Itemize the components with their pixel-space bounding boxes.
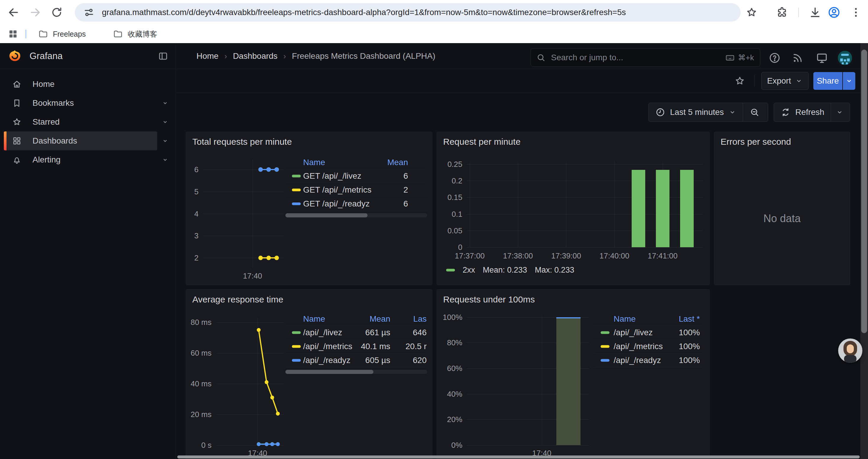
chevron-down-icon bbox=[161, 99, 169, 107]
legend-row[interactable]: /api/_/readyz100% bbox=[593, 354, 704, 367]
back-icon[interactable] bbox=[5, 4, 22, 21]
bar bbox=[656, 170, 670, 247]
series-color-pill bbox=[292, 175, 301, 177]
legend-header-name: Name bbox=[303, 314, 325, 324]
profile-icon[interactable] bbox=[826, 4, 843, 21]
legend-series-name: /api/_/metrics bbox=[303, 342, 352, 351]
legend-value: 620 bbox=[413, 356, 427, 365]
legend-stat: Max: 0.233 bbox=[535, 266, 574, 275]
y-axis-label: 80% bbox=[447, 338, 462, 347]
bar-chart[interactable]: 0.250.20.150.10.05017:37:0017:38:0017:39… bbox=[437, 132, 709, 285]
window-scrollbar[interactable] bbox=[860, 43, 868, 459]
legend-table: NameMeanLas/api/_/livez661 µs646/api/_/m… bbox=[285, 312, 427, 374]
downloads-icon[interactable] bbox=[807, 4, 824, 21]
share-button[interactable]: Share bbox=[813, 72, 842, 90]
legend-row[interactable]: /api/_/metrics40.1 ms20.5 r bbox=[285, 340, 427, 354]
legend-header-value: Mean bbox=[387, 158, 408, 167]
url-bar[interactable]: grafana.mathmast.com/d/deytv4rwavabkb/fr… bbox=[75, 3, 741, 22]
time-range-picker[interactable]: Last 5 minutes bbox=[649, 103, 743, 121]
breadcrumb-item[interactable]: Dashboards bbox=[233, 52, 277, 61]
legend-row[interactable]: /api/_/readyz605 µs620 bbox=[285, 354, 427, 367]
legend-scrollbar[interactable] bbox=[285, 213, 427, 218]
y-axis-label: 0% bbox=[451, 441, 462, 450]
series-color-pill bbox=[292, 331, 301, 334]
series-color-pill bbox=[292, 189, 301, 191]
y-axis-label: 100% bbox=[443, 313, 463, 322]
bookmark-item[interactable]: Freeleaps bbox=[34, 27, 90, 41]
export-button[interactable]: Export bbox=[761, 72, 809, 90]
legend-row[interactable]: /api/_/livez661 µs646 bbox=[285, 326, 427, 340]
grid-line bbox=[518, 161, 518, 247]
horizontal-scrollbar[interactable] bbox=[177, 455, 860, 458]
browser-menu-icon[interactable] bbox=[847, 4, 864, 21]
favorite-star-icon[interactable] bbox=[733, 74, 747, 88]
sidebar-item-alerting[interactable]: Alerting bbox=[0, 150, 176, 169]
legend-value: 100% bbox=[679, 328, 700, 337]
search-input[interactable] bbox=[550, 53, 725, 63]
legend-series-name[interactable]: 2xx bbox=[463, 266, 475, 275]
legend: 2xxMean: 0.233Max: 0.233 bbox=[446, 266, 574, 275]
y-axis-label: 3 bbox=[194, 231, 198, 240]
refresh-interval-picker[interactable] bbox=[831, 103, 848, 121]
extensions-icon[interactable] bbox=[773, 4, 790, 21]
data-point bbox=[265, 442, 269, 446]
site-settings-icon[interactable] bbox=[83, 6, 95, 18]
grid-line bbox=[542, 315, 542, 445]
data-point bbox=[275, 256, 279, 260]
breadcrumb-item[interactable]: Home bbox=[196, 52, 219, 61]
y-axis-label: 60 ms bbox=[191, 349, 212, 358]
legend-scrollbar[interactable] bbox=[285, 370, 427, 374]
forward-icon[interactable] bbox=[27, 4, 44, 21]
panel-total-requests-per-minute: Total requests per minute 6543217:40 Nam… bbox=[186, 132, 432, 285]
search-box[interactable]: ⌘+k bbox=[531, 48, 760, 67]
sidebar-item-label: Home bbox=[32, 79, 55, 89]
clock-icon bbox=[655, 107, 665, 117]
sidebar-item-bookmarks[interactable]: Bookmarks bbox=[0, 94, 176, 112]
brand-title: Grafana bbox=[30, 51, 63, 61]
screen: grafana.mathmast.com/d/deytv4rwavabkb/fr… bbox=[0, 0, 868, 459]
scrollbar-thumb[interactable] bbox=[861, 50, 867, 333]
sidebar-item-label: Alerting bbox=[32, 155, 61, 165]
user-avatar[interactable] bbox=[838, 51, 852, 65]
zoom-out-button[interactable] bbox=[743, 103, 766, 121]
chevron-down-icon bbox=[795, 77, 803, 85]
y-axis-label: 40 ms bbox=[191, 379, 212, 388]
y-axis-label: 0 s bbox=[201, 441, 212, 450]
sidebar-item-home[interactable]: Home bbox=[0, 75, 176, 94]
sidebar-nav: HomeBookmarksStarredDashboardsAlerting bbox=[0, 75, 176, 169]
collapse-sidebar-icon[interactable] bbox=[157, 50, 169, 62]
legend-table: NameLast */api/_/livez100%/api/_/metrics… bbox=[593, 312, 704, 367]
sidebar-item-dashboards[interactable]: Dashboards bbox=[0, 131, 176, 150]
data-point bbox=[257, 328, 260, 332]
sidebar-item-starred[interactable]: Starred bbox=[0, 112, 176, 131]
grafana-logo-icon[interactable] bbox=[8, 49, 22, 63]
share-menu-button[interactable] bbox=[843, 72, 855, 90]
bookmark-item[interactable]: 收藏博客 bbox=[109, 27, 161, 41]
chevron-down-icon bbox=[845, 77, 853, 85]
legend-row[interactable]: GET /api/_/livez6 bbox=[285, 169, 427, 183]
legend-row[interactable]: GET /api/_/metrics2 bbox=[285, 183, 427, 197]
legend-value: 2 bbox=[403, 185, 408, 195]
bookmark-icon bbox=[12, 98, 22, 108]
help-icon[interactable] bbox=[768, 51, 782, 65]
kiosk-monitor-icon[interactable] bbox=[815, 51, 829, 65]
bookmark-label: Freeleaps bbox=[53, 30, 86, 38]
legend-series-name: /api/_/readyz bbox=[303, 356, 350, 365]
series-lines bbox=[203, 160, 284, 268]
news-rss-icon[interactable] bbox=[790, 51, 805, 65]
legend-value: 6 bbox=[403, 199, 408, 208]
sidebar-header: Grafana bbox=[0, 43, 176, 69]
legend-series-name: GET /api/_/readyz bbox=[303, 199, 370, 208]
apps-grid-icon[interactable] bbox=[8, 29, 18, 39]
data-point bbox=[267, 256, 271, 260]
legend-row[interactable]: /api/_/metrics100% bbox=[593, 340, 704, 354]
legend-header-value: Mean bbox=[370, 314, 390, 324]
floating-assistant-avatar[interactable] bbox=[838, 338, 862, 363]
y-axis-label: 0.1 bbox=[452, 209, 462, 219]
reload-icon[interactable] bbox=[48, 4, 65, 21]
legend-row[interactable]: /api/_/livez100% bbox=[593, 326, 704, 340]
legend-value: 661 µs bbox=[365, 328, 390, 337]
refresh-button[interactable]: Refresh bbox=[774, 103, 831, 121]
legend-row[interactable]: GET /api/_/readyz6 bbox=[285, 197, 427, 211]
bookmark-star-icon[interactable] bbox=[743, 4, 760, 21]
